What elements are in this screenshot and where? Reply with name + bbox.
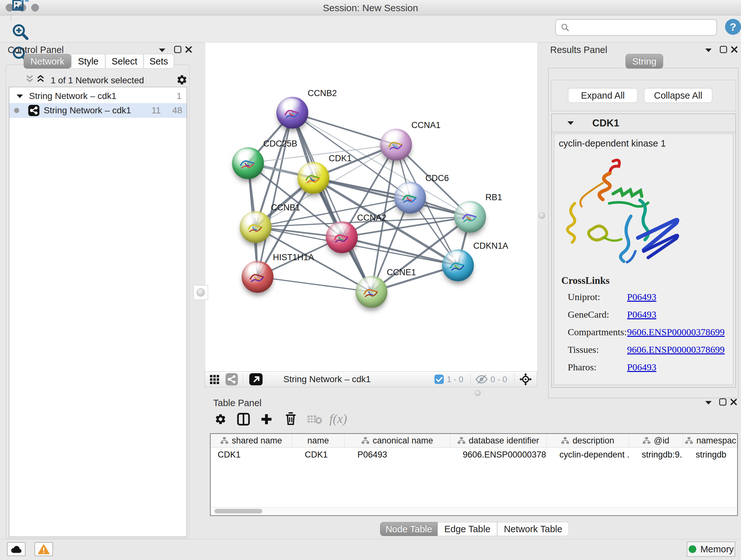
section-collapse-icon[interactable] <box>567 121 575 125</box>
network-node-cdc6[interactable] <box>394 182 426 213</box>
table-cell[interactable]: stringdb:9... <box>629 448 683 462</box>
network-node-cdkn1a[interactable] <box>442 249 474 281</box>
results-panel-close-icon[interactable] <box>730 45 738 54</box>
results-panel-float-icon[interactable] <box>719 45 728 54</box>
delete-table-icon <box>307 414 322 425</box>
table-panel-close-icon[interactable] <box>730 398 738 406</box>
crosslink-link[interactable]: P06493 <box>627 309 657 320</box>
column-header-name[interactable]: name <box>292 434 345 447</box>
results-panel-menu-icon[interactable] <box>704 48 712 52</box>
control-panel-float-icon[interactable] <box>174 45 182 54</box>
scrollbar-thumb[interactable] <box>214 509 262 513</box>
fit-crosshair-icon[interactable] <box>519 373 532 386</box>
search-input[interactable] <box>573 21 717 34</box>
tab-network[interactable]: Network <box>23 54 71 69</box>
node-count: 11 <box>151 105 161 116</box>
left-splitter-handle[interactable] <box>193 285 208 300</box>
network-node-cdk1[interactable] <box>297 162 329 194</box>
collapse-all-button[interactable]: Collapse All <box>644 88 712 103</box>
column-tree-icon <box>457 437 466 444</box>
table-cell[interactable]: CDK1 <box>292 448 345 462</box>
crosslink-link[interactable]: P06493 <box>627 292 657 302</box>
table-panel-float-icon[interactable] <box>719 398 727 406</box>
tab-style[interactable]: Style <box>71 54 105 69</box>
table-cell[interactable]: 9606.ENSP00000378699 <box>450 448 547 462</box>
tab-select[interactable]: Select <box>105 54 144 69</box>
warning-icon <box>38 544 50 554</box>
column-header-namespac[interactable]: namespac <box>683 434 738 447</box>
node-gloss <box>399 184 420 194</box>
selected-checkbox-icon[interactable] <box>434 374 444 384</box>
tab-edge-table[interactable]: Edge Table <box>437 522 497 536</box>
crosslink-label: GeneCard: <box>568 309 609 320</box>
column-tree-icon <box>361 437 369 444</box>
control-panel-close-icon[interactable] <box>185 45 193 54</box>
export-image-button[interactable] <box>8 0 32 15</box>
table-panel-menu-icon[interactable] <box>704 400 712 405</box>
crosslink-link[interactable]: 9606.ENSP00000378699 <box>627 344 725 355</box>
bottom-splitter-handle[interactable] <box>475 390 481 396</box>
table-settings-gear-icon[interactable] <box>214 413 226 425</box>
network-edge[interactable] <box>258 277 372 292</box>
toolbar-divider <box>11 15 11 20</box>
memory-button[interactable]: Memory <box>687 542 735 557</box>
tab-string[interactable]: String <box>625 54 663 69</box>
node-gloss <box>237 149 258 160</box>
help-button[interactable]: ? <box>725 18 741 35</box>
network-state-dot <box>14 108 19 113</box>
column-label: database identifier <box>469 436 539 446</box>
open-in-new-window-icon[interactable] <box>248 373 264 386</box>
crosslinks-title: CrossLinks <box>561 275 610 287</box>
warning-button[interactable] <box>35 542 53 556</box>
show-columns-icon[interactable] <box>236 412 251 427</box>
network-collection-row[interactable]: String Network – cdk1 1 <box>9 89 187 103</box>
hidden-eye-slash-icon[interactable] <box>475 374 488 384</box>
column-header-description[interactable]: description <box>547 434 629 447</box>
column-header-database-identifier[interactable]: database identifier <box>450 434 547 447</box>
zoom-in-button[interactable] <box>8 20 32 43</box>
delete-column-icon[interactable] <box>284 412 297 426</box>
network-canvas[interactable]: CCNB2 CCNA1 CDC25B CDK1 CDC6 RB1 CCNB1 C… <box>205 42 538 372</box>
tab-sets[interactable]: Sets <box>144 54 174 69</box>
node-gloss <box>385 131 406 141</box>
cloud-button[interactable] <box>7 542 25 556</box>
table-cell[interactable]: CDK1 <box>211 448 292 462</box>
network-node-ccna2[interactable] <box>326 221 358 253</box>
network-node-ccne1[interactable] <box>355 276 387 308</box>
tab-node-table[interactable]: Node Table <box>380 522 437 536</box>
control-panel-menu-icon[interactable] <box>158 48 166 52</box>
section-title: CDK1 <box>592 118 619 129</box>
network-options-gear-icon[interactable] <box>176 74 188 85</box>
network-node-hist1h1a[interactable] <box>242 261 273 293</box>
network-edge[interactable] <box>292 113 372 292</box>
table-row[interactable]: CDK1CDK1P064939606.ENSP00000378699cyclin… <box>211 448 737 462</box>
cdk1-section-header[interactable]: CDK1 <box>551 114 736 132</box>
node-label-ccna2: CCNA2 <box>357 213 387 223</box>
column-header-canonical-name[interactable]: canonical name <box>345 434 450 447</box>
table-cell[interactable]: stringdb <box>683 448 738 462</box>
search-icon <box>560 23 570 32</box>
crosslink-link[interactable]: 9606.ENSP00000378699 <box>627 327 725 337</box>
right-splitter-handle[interactable] <box>539 212 545 219</box>
network-row[interactable]: String Network – cdk1 11 48 <box>9 103 187 118</box>
network-node-rb1[interactable] <box>454 201 486 233</box>
network-node-cdc25b[interactable] <box>232 147 264 179</box>
network-node-ccna1[interactable] <box>380 129 412 161</box>
column-header-@id[interactable]: @id <box>629 434 683 447</box>
horizontal-scrollbar[interactable] <box>211 507 737 515</box>
table-cell[interactable]: cyclin-dependent ... <box>547 448 629 462</box>
network-node-ccnb2[interactable] <box>276 97 308 129</box>
collection-count: 1 <box>177 91 182 101</box>
string-view-icon[interactable] <box>225 373 239 386</box>
column-header-shared-name[interactable]: shared name <box>211 434 292 447</box>
add-column-icon[interactable] <box>260 413 273 426</box>
export-image-icon <box>11 0 29 12</box>
table-cell[interactable]: P06493 <box>345 448 450 462</box>
birdseye-grid-icon[interactable] <box>209 374 220 385</box>
network-node-ccnb1[interactable] <box>240 211 272 243</box>
tab-network-table[interactable]: Network Table <box>497 522 569 536</box>
expand-all-button[interactable]: Expand All <box>568 88 637 103</box>
tree-expand-icon[interactable] <box>16 94 23 98</box>
status-bar: Memory <box>0 539 741 560</box>
crosslink-link[interactable]: P06493 <box>627 362 657 373</box>
